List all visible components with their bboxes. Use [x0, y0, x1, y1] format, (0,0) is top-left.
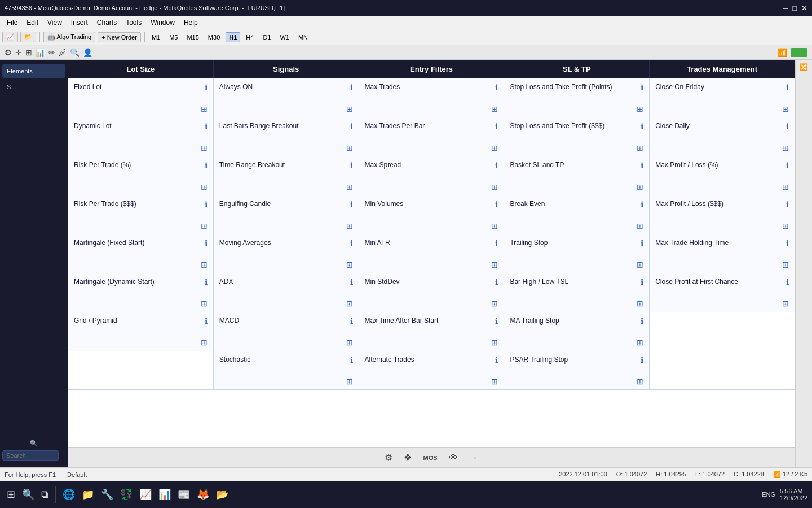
- menu-tools[interactable]: Tools: [121, 17, 146, 28]
- tf-m1[interactable]: M1: [148, 32, 164, 42]
- search-toolbar-icon[interactable]: 🔍: [70, 48, 80, 57]
- cell-inner[interactable]: Max Spread ℹ ⊞: [359, 156, 504, 195]
- cell-inner[interactable]: Close On Friday ℹ ⊞: [650, 78, 795, 117]
- taskbar-app5[interactable]: 📈: [137, 486, 154, 503]
- tf-m30[interactable]: M30: [205, 32, 223, 42]
- info-icon[interactable]: ℹ: [786, 122, 789, 131]
- cell-inner[interactable]: Min ATR ℹ ⊞: [359, 234, 504, 273]
- algo-trading-btn[interactable]: 🤖 Algo Trading: [43, 32, 95, 42]
- cell-inner[interactable]: Max Profit / Loss ($$$) ℹ ⊞: [650, 195, 795, 234]
- cell-inner[interactable]: Engulfing Candle ℹ ⊞: [214, 195, 359, 234]
- close-btn[interactable]: ✕: [801, 4, 807, 12]
- cell-inner[interactable]: Close Profit at First Chance ℹ ⊞: [650, 273, 795, 312]
- info-icon[interactable]: ℹ: [205, 317, 208, 326]
- cell-inner[interactable]: Max Trades ℹ ⊞: [359, 78, 504, 117]
- crosshair-icon[interactable]: ✛: [15, 48, 22, 57]
- info-icon[interactable]: ℹ: [495, 200, 498, 209]
- menu-window[interactable]: Window: [146, 17, 179, 28]
- account-icon[interactable]: 👤: [83, 48, 92, 57]
- taskbar-search[interactable]: 🔍: [20, 486, 37, 503]
- info-icon[interactable]: ℹ: [350, 200, 353, 209]
- tf-h1[interactable]: H1: [226, 32, 240, 42]
- cell-inner[interactable]: Moving Averages ℹ ⊞: [214, 234, 359, 273]
- taskbar-app7[interactable]: 📰: [175, 486, 192, 503]
- info-icon[interactable]: ℹ: [786, 239, 789, 248]
- tf-w1[interactable]: W1: [276, 32, 293, 42]
- cell-inner[interactable]: Risk Per Trade ($$$) ℹ ⊞: [68, 195, 213, 234]
- indicators-icon[interactable]: 📊: [36, 48, 45, 57]
- minimize-btn[interactable]: ─: [783, 4, 788, 12]
- cell-inner[interactable]: Max Profit / Loss (%) ℹ ⊞: [650, 156, 795, 195]
- cell-inner[interactable]: Stop Loss and Take Profit ($$$) ℹ ⊞: [504, 117, 649, 156]
- panel-mos-icon[interactable]: MOS: [423, 454, 437, 461]
- brush-icon[interactable]: 🖊: [59, 48, 67, 57]
- taskbar-taskview[interactable]: ⧉: [39, 487, 51, 503]
- info-icon[interactable]: ℹ: [641, 122, 643, 131]
- cell-inner[interactable]: Martingale (Fixed Start) ℹ ⊞: [68, 234, 213, 273]
- cell-inner[interactable]: Close Daily ℹ ⊞: [650, 117, 795, 156]
- info-icon[interactable]: ℹ: [350, 239, 353, 248]
- info-icon[interactable]: ℹ: [350, 161, 353, 170]
- sidebar-tab-s[interactable]: S...: [2, 80, 65, 94]
- new-order-btn[interactable]: + New Order: [98, 32, 141, 42]
- cell-inner[interactable]: Max Time After Bar Start ℹ ⊞: [359, 312, 504, 351]
- info-icon[interactable]: ℹ: [495, 161, 498, 170]
- tf-m15[interactable]: M15: [183, 32, 202, 42]
- right-panel-icon[interactable]: 🔀: [796, 60, 812, 75]
- tf-d1[interactable]: D1: [259, 32, 274, 42]
- taskbar-app4[interactable]: 💱: [118, 486, 135, 503]
- info-icon[interactable]: ℹ: [495, 239, 498, 248]
- cell-inner[interactable]: MACD ℹ ⊞: [214, 312, 359, 351]
- windows-start[interactable]: ⊞: [5, 486, 17, 503]
- info-icon[interactable]: ℹ: [641, 356, 643, 365]
- menu-help[interactable]: Help: [179, 17, 202, 28]
- info-icon[interactable]: ℹ: [641, 161, 643, 170]
- info-icon[interactable]: ℹ: [495, 317, 498, 326]
- cell-inner[interactable]: PSAR Trailing Stop ℹ ⊞: [504, 351, 649, 389]
- pen-icon[interactable]: ✏: [48, 48, 55, 57]
- info-icon[interactable]: ℹ: [205, 122, 208, 131]
- info-icon[interactable]: ℹ: [350, 278, 353, 287]
- menu-view[interactable]: View: [43, 17, 67, 28]
- info-icon[interactable]: ℹ: [205, 83, 208, 92]
- info-icon[interactable]: ℹ: [786, 278, 789, 287]
- info-icon[interactable]: ℹ: [205, 161, 208, 170]
- taskbar-app2[interactable]: 📁: [80, 486, 96, 503]
- info-icon[interactable]: ℹ: [350, 317, 353, 326]
- cell-inner[interactable]: Time Range Breakout ℹ ⊞: [214, 156, 359, 195]
- panel-eye-icon[interactable]: 👁: [449, 453, 458, 463]
- cell-inner[interactable]: Fixed Lot ℹ ⊞: [68, 78, 213, 117]
- info-icon[interactable]: ℹ: [641, 317, 643, 326]
- taskbar-app1[interactable]: 🌐: [60, 486, 77, 503]
- cell-inner[interactable]: Grid / Pyramid ℹ ⊞: [68, 312, 213, 351]
- cell-inner[interactable]: MA Trailing Stop ℹ ⊞: [504, 312, 649, 351]
- cell-inner[interactable]: Bar High / Low TSL ℹ ⊞: [504, 273, 649, 312]
- cell-inner[interactable]: Martingale (Dynamic Start) ℹ ⊞: [68, 273, 213, 312]
- panel-arrow-icon[interactable]: →: [469, 453, 478, 463]
- info-icon[interactable]: ℹ: [641, 239, 643, 248]
- info-icon[interactable]: ℹ: [495, 278, 498, 287]
- grid-icon[interactable]: ⊞: [25, 48, 32, 57]
- cell-inner[interactable]: Risk Per Trade (%) ℹ ⊞: [68, 156, 213, 195]
- panel-split-icon[interactable]: ❖: [404, 452, 412, 463]
- info-icon[interactable]: ℹ: [205, 278, 208, 287]
- info-icon[interactable]: ℹ: [641, 83, 643, 92]
- cell-inner[interactable]: Stop Loss and Take Profit (Points) ℹ ⊞: [504, 78, 649, 117]
- menu-charts[interactable]: Charts: [92, 17, 121, 28]
- tf-mn[interactable]: MN: [295, 32, 311, 42]
- cell-inner[interactable]: Dynamic Lot ℹ ⊞: [68, 117, 213, 156]
- info-icon[interactable]: ℹ: [205, 200, 208, 209]
- info-icon[interactable]: ℹ: [786, 161, 789, 170]
- taskbar-app8[interactable]: 🦊: [195, 486, 211, 503]
- info-icon[interactable]: ℹ: [641, 278, 643, 287]
- info-icon[interactable]: ℹ: [350, 122, 353, 131]
- cell-inner[interactable]: Min Volumes ℹ ⊞: [359, 195, 504, 234]
- panel-settings-icon[interactable]: ⚙: [385, 452, 392, 463]
- search-input[interactable]: [2, 450, 59, 461]
- tf-h4[interactable]: H4: [242, 32, 257, 42]
- cell-inner[interactable]: Basket SL and TP ℹ ⊞: [504, 156, 649, 195]
- info-icon[interactable]: ℹ: [350, 356, 353, 365]
- cell-inner[interactable]: Always ON ℹ ⊞: [214, 78, 359, 117]
- cell-inner[interactable]: Max Trade Holding Time ℹ ⊞: [650, 234, 795, 273]
- sidebar-tab-elements[interactable]: Elements: [2, 64, 65, 78]
